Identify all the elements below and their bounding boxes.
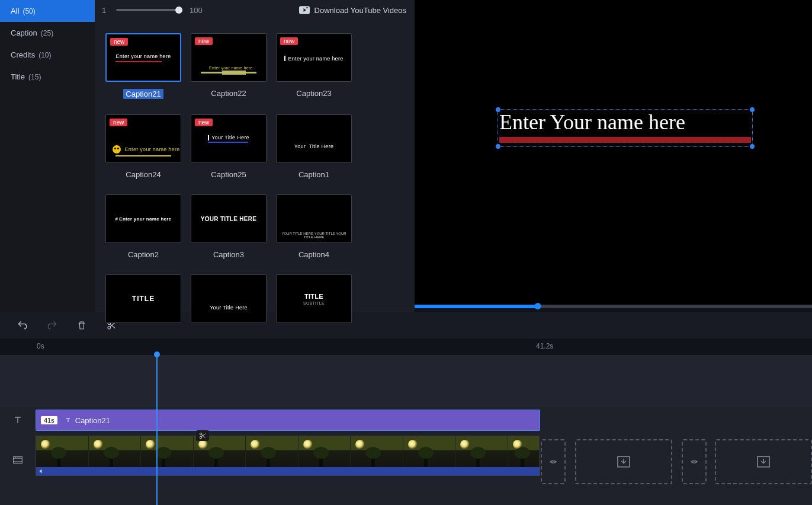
sidebar-item-title[interactable]: Title(15) [0,66,95,88]
transition-drop-zone[interactable] [541,439,566,484]
template-caption21[interactable]: newEnter your name hereCaption21 [105,33,181,99]
text-track-icon [0,407,36,433]
overlay-underline [499,137,751,143]
text-clip[interactable]: 41s Caption21 [36,410,540,431]
clip-duration: 41s [41,416,57,424]
template-caption2[interactable]: Enter your name hereCaption2 [105,194,181,259]
category-sidebar: All(50) Caption(25) Credits(10) Title(15… [0,0,95,339]
template-label: Caption4 [276,250,352,259]
template-caption23[interactable]: newEnter your name hereCaption23 [276,33,352,99]
thumb-size-max: 100 [190,6,203,15]
new-badge: new [110,119,127,126]
timeline-ruler[interactable]: 0s 41.2s [0,338,812,355]
template-caption22[interactable]: newEnter your name hereCaption22 [191,33,267,99]
clip-label: Caption21 [75,416,110,425]
video-track-icon [0,433,36,487]
thumb-size-slider[interactable] [116,9,182,11]
template-caption25[interactable]: newYour Title HereCaption25 [191,114,267,179]
template-label: Caption22 [191,89,267,98]
resize-handle-tl[interactable] [496,107,500,112]
template-label: Caption1 [276,170,352,179]
template-caption3[interactable]: YOUR TITLE HERECaption3 [191,194,267,259]
redo-button[interactable] [46,319,58,331]
template-label: Caption3 [191,250,267,259]
template-panel: 1 100 Download YouTube Videos newEnter y… [95,0,415,339]
template-label: Caption21 [123,89,163,99]
thumb-size-min: 1 [102,6,109,15]
preview-progress[interactable] [415,305,812,308]
resize-handle-br[interactable] [750,144,755,149]
template-caption1[interactable]: Your Title HereCaption1 [276,114,352,179]
audio-waveform-bar [36,467,540,475]
template-label: Caption23 [276,89,352,98]
download-youtube-link[interactable]: Download YouTube Videos [299,6,406,15]
new-badge: new [195,119,213,126]
empty-track-icon [0,355,36,407]
new-badge: new [280,37,298,45]
new-badge: new [110,38,128,46]
sidebar-item-caption[interactable]: Caption(25) [0,22,95,44]
text-icon [65,417,72,424]
resize-handle-tr[interactable] [750,107,755,112]
template-label: Caption25 [191,170,267,179]
text-overlay-box[interactable]: Enter Your name here [498,109,753,147]
new-badge: new [195,37,213,45]
sidebar-item-credits[interactable]: Credits(10) [0,44,95,66]
preview-canvas[interactable]: Enter Your name here [415,0,812,305]
split-handle[interactable] [196,430,209,441]
preview-panel: Enter Your name here [415,0,812,339]
overlay-text[interactable]: Enter Your name here [499,110,751,135]
youtube-icon [299,6,310,14]
sidebar-item-all[interactable]: All(50) [0,0,95,22]
video-clip[interactable] [36,436,540,476]
undo-button[interactable] [17,319,28,331]
timeline-panel: 0s 41.2s 41s Caption21 [0,312,812,505]
template-caption4[interactable]: YOUR TITLE HERE YOUR TITLE YOUR TITLE HE… [276,194,352,259]
media-drop-zone[interactable] [575,439,672,484]
resize-handle-bl[interactable] [496,144,500,149]
template-label: Caption24 [105,170,181,179]
playhead[interactable] [156,355,158,505]
template-caption24[interactable]: newEnter your name hereCaption24 [105,114,181,179]
delete-button[interactable] [76,319,88,331]
media-drop-zone-2[interactable] [715,439,812,484]
template-label: Caption2 [105,250,181,259]
transition-drop-zone-2[interactable] [682,439,707,484]
